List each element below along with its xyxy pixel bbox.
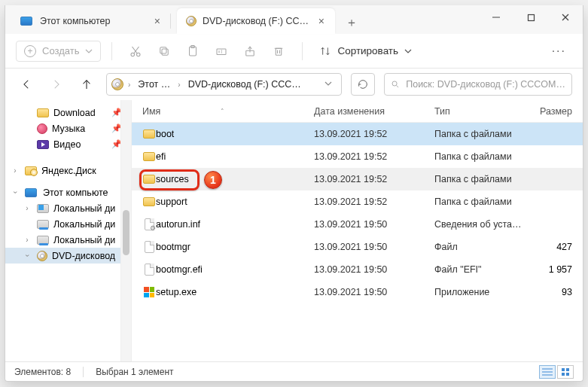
create-button[interactable]: + Создать bbox=[16, 41, 101, 62]
file-size: 1 957 bbox=[540, 264, 583, 275]
sidebar-item-local-disk[interactable]: ›Локальный ди bbox=[5, 200, 131, 216]
svg-rect-17 bbox=[276, 48, 282, 55]
svg-rect-9 bbox=[160, 47, 166, 53]
status-count: Элементов: 8 bbox=[14, 367, 71, 377]
close-tab-icon[interactable]: × bbox=[315, 16, 328, 26]
file-type: Файл "EFI" bbox=[434, 264, 540, 275]
file-type: Файл bbox=[434, 242, 540, 252]
file-name: support bbox=[156, 197, 314, 207]
folder-icon bbox=[143, 152, 155, 161]
svg-rect-30 bbox=[562, 373, 565, 376]
details-view-button[interactable] bbox=[539, 365, 556, 379]
file-rows: boot13.09.2021 19:52Папка с файламиefi13… bbox=[132, 123, 583, 361]
sort-asc-icon: ˄ bbox=[221, 108, 224, 115]
table-row[interactable]: boot13.09.2021 19:52Папка с файлами bbox=[132, 123, 583, 145]
sort-button[interactable]: Сортировать bbox=[313, 45, 418, 57]
chevron-down-icon bbox=[85, 47, 93, 55]
file-icon bbox=[145, 264, 154, 276]
search-input[interactable]: Поиск: DVD-дисковод (F:) CCCOM… bbox=[384, 73, 572, 96]
table-row[interactable]: support13.09.2021 19:52Папка с файлами bbox=[132, 190, 583, 213]
svg-rect-29 bbox=[566, 368, 569, 371]
forward-button[interactable] bbox=[46, 78, 67, 91]
file-date: 13.09.2021 19:52 bbox=[314, 129, 434, 139]
icons-view-button[interactable] bbox=[557, 365, 574, 379]
sidebar-item-local-disk[interactable]: Локальный ди bbox=[5, 216, 131, 232]
overflow-button[interactable]: ··· bbox=[546, 44, 572, 58]
annotation-highlight bbox=[139, 169, 200, 190]
table-row[interactable]: efi13.09.2021 19:52Папка с файлами bbox=[132, 145, 583, 168]
column-label: Тип bbox=[434, 106, 450, 117]
cut-button[interactable] bbox=[123, 40, 148, 62]
plus-circle-icon: + bbox=[24, 45, 36, 57]
file-type: Папка с файлами bbox=[434, 151, 540, 162]
paste-button[interactable] bbox=[180, 40, 206, 62]
nav-pane: Download📌 Музыка📌 Видео📌 ›Яндекс.Диск ›Э… bbox=[5, 100, 132, 361]
chevron-down-icon[interactable] bbox=[320, 79, 337, 90]
sidebar-item-label: Музыка bbox=[52, 123, 85, 134]
table-row[interactable]: setup.exe13.09.2021 19:50Приложение93 bbox=[132, 281, 583, 303]
rename-button[interactable]: I bbox=[209, 40, 234, 62]
share-button[interactable] bbox=[237, 40, 263, 62]
tab-label: Этот компьютер bbox=[40, 16, 145, 26]
dvd-icon bbox=[186, 16, 197, 26]
column-size[interactable]: Размер bbox=[540, 106, 583, 117]
sidebar-item-label: Видео bbox=[53, 139, 81, 150]
sidebar-item-local-disk[interactable]: ›Локальный ди bbox=[5, 232, 131, 248]
tab-this-pc[interactable]: Этот компьютер × bbox=[13, 8, 171, 34]
sidebar-item-label: Яндекс.Диск bbox=[41, 166, 96, 176]
annotation-badge: 1 bbox=[204, 171, 222, 189]
sidebar-item-yandex-disk[interactable]: ›Яндекс.Диск bbox=[5, 163, 131, 178]
file-date: 13.09.2021 19:50 bbox=[314, 242, 434, 252]
new-tab-button[interactable]: ＋ bbox=[340, 11, 364, 34]
sidebar-item-download[interactable]: Download📌 bbox=[5, 105, 131, 120]
file-size: 93 bbox=[540, 287, 583, 297]
sidebar-item-this-pc[interactable]: ›Этот компьюте bbox=[5, 184, 131, 200]
copy-button[interactable] bbox=[151, 40, 177, 62]
file-type: Сведения об уста… bbox=[434, 219, 540, 230]
chevron-right-icon[interactable]: › bbox=[175, 81, 183, 89]
sidebar-item-label: Локальный ди bbox=[53, 219, 115, 230]
breadcrumb[interactable]: Этот … bbox=[135, 79, 173, 90]
up-button[interactable] bbox=[76, 78, 97, 91]
table-row[interactable]: bootmgr.efi13.09.2021 19:50Файл "EFI"1 9… bbox=[132, 258, 583, 281]
maximize-button[interactable] bbox=[513, 5, 548, 29]
close-window-button[interactable] bbox=[548, 5, 583, 29]
minimize-button[interactable] bbox=[479, 5, 513, 29]
file-date: 13.09.2021 19:52 bbox=[314, 151, 434, 162]
nav-scrollbar[interactable] bbox=[120, 100, 131, 361]
column-type[interactable]: Тип bbox=[434, 106, 540, 117]
refresh-button[interactable] bbox=[351, 73, 375, 96]
settings-file-icon bbox=[145, 218, 154, 230]
column-name[interactable]: Имя˄ bbox=[142, 106, 314, 117]
disk-icon bbox=[37, 220, 49, 229]
disk-icon bbox=[37, 236, 49, 245]
status-selected: Выбран 1 элемент bbox=[96, 367, 173, 377]
sidebar-item-video[interactable]: Видео📌 bbox=[5, 136, 131, 152]
svg-rect-31 bbox=[566, 373, 569, 376]
file-name: bootmgr bbox=[156, 242, 314, 252]
yandex-disk-icon bbox=[25, 166, 37, 175]
table-row[interactable]: bootmgr13.09.2021 19:50Файл427 bbox=[132, 236, 583, 258]
back-button[interactable] bbox=[16, 78, 37, 91]
tab-dvd-drive[interactable]: DVD-дисковод (F:) CCCOMA_ × bbox=[177, 8, 335, 34]
breadcrumb[interactable]: DVD-дисковод (F:) CCC… bbox=[185, 79, 304, 90]
table-row[interactable]: autorun.inf13.09.2021 19:50Сведения об у… bbox=[132, 213, 583, 236]
divider bbox=[83, 367, 84, 377]
file-list-pane: Имя˄ Дата изменения Тип Размер boot13.09… bbox=[132, 100, 583, 361]
disk-icon bbox=[37, 204, 49, 213]
search-icon bbox=[391, 79, 400, 90]
folder-icon bbox=[143, 130, 155, 139]
sidebar-item-music[interactable]: Музыка📌 bbox=[5, 120, 131, 136]
delete-button[interactable] bbox=[266, 40, 291, 62]
chevron-right-icon[interactable]: › bbox=[125, 81, 133, 89]
file-name: bootmgr.efi bbox=[156, 264, 314, 275]
file-name: setup.exe bbox=[156, 287, 314, 297]
column-label: Имя bbox=[142, 106, 160, 117]
address-bar[interactable]: › Этот … › DVD-дисковод (F:) CCC… bbox=[106, 73, 342, 96]
column-date[interactable]: Дата изменения bbox=[314, 106, 434, 117]
svg-line-24 bbox=[397, 86, 399, 88]
sidebar-item-dvd-drive[interactable]: ›DVD-дисковод bbox=[5, 248, 131, 264]
close-tab-icon[interactable]: × bbox=[151, 16, 163, 26]
sidebar-item-label: Этот компьюте bbox=[43, 187, 108, 198]
svg-rect-28 bbox=[562, 368, 565, 371]
